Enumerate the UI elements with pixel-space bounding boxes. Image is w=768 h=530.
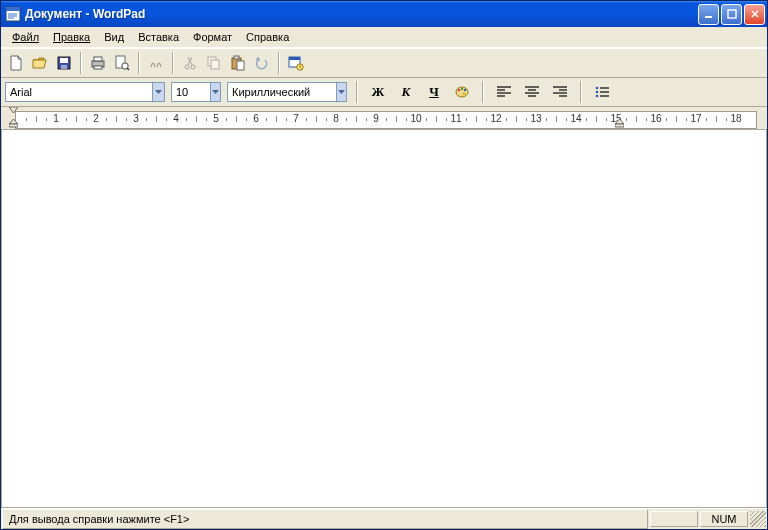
ruler-bar: 123456789101112131415161718 (1, 107, 767, 130)
open-button[interactable] (29, 52, 51, 74)
toolbar-separator (580, 81, 582, 103)
toolbar-separator (172, 52, 174, 74)
dropdown-icon[interactable] (336, 83, 346, 101)
ruler-number: 4 (173, 113, 179, 124)
svg-rect-19 (211, 60, 219, 69)
find-button[interactable] (145, 52, 167, 74)
svg-point-16 (185, 65, 189, 69)
ruler-number: 8 (333, 113, 339, 124)
right-indent-marker[interactable] (615, 119, 624, 128)
ruler-number: 14 (570, 113, 581, 124)
svg-point-33 (596, 95, 599, 98)
menu-format[interactable]: Формат (186, 29, 239, 45)
svg-rect-1 (6, 7, 20, 11)
ruler-number: 12 (490, 113, 501, 124)
ruler[interactable]: 123456789101112131415161718 (15, 111, 757, 129)
menu-edit[interactable]: Правка (46, 29, 97, 45)
ruler-number: 7 (293, 113, 299, 124)
new-button[interactable] (5, 52, 27, 74)
bullets-button[interactable] (591, 81, 613, 103)
font-name-combo[interactable] (5, 82, 165, 102)
ruler-number: 10 (410, 113, 421, 124)
save-button[interactable] (53, 52, 75, 74)
font-size-input[interactable] (172, 83, 210, 101)
svg-point-32 (596, 91, 599, 94)
align-center-button[interactable] (521, 81, 543, 103)
font-size-combo[interactable] (171, 82, 221, 102)
print-button[interactable] (87, 52, 109, 74)
ruler-number: 11 (450, 113, 461, 124)
svg-rect-34 (9, 124, 18, 127)
svg-rect-5 (705, 16, 712, 18)
ruler-number: 9 (373, 113, 379, 124)
app-icon (5, 6, 21, 22)
paste-button[interactable] (227, 52, 249, 74)
statusbar: Для вывода справки нажмите <F1> NUM (1, 508, 767, 529)
align-right-button[interactable] (549, 81, 571, 103)
ruler-number: 2 (93, 113, 99, 124)
first-line-indent-marker[interactable] (9, 107, 18, 113)
dropdown-icon[interactable] (210, 83, 220, 101)
svg-point-31 (596, 87, 599, 90)
italic-button[interactable]: К (395, 81, 417, 103)
charset-input[interactable] (228, 83, 336, 101)
datetime-button[interactable] (285, 52, 307, 74)
toolbar-separator (278, 52, 280, 74)
toolbar-format: Ж К Ч (1, 78, 767, 107)
maximize-button[interactable] (721, 4, 742, 25)
undo-button[interactable] (251, 52, 273, 74)
ruler-number: 6 (253, 113, 259, 124)
svg-point-28 (461, 88, 463, 90)
toolbar-separator (482, 81, 484, 103)
svg-rect-6 (728, 10, 736, 18)
close-button[interactable] (744, 4, 765, 25)
minimize-button[interactable] (698, 4, 719, 25)
ruler-number: 18 (730, 113, 741, 124)
ruler-number: 17 (690, 113, 701, 124)
toolbar-separator (80, 52, 82, 74)
ruler-number: 1 (53, 113, 59, 124)
svg-point-17 (191, 65, 195, 69)
ruler-number: 5 (213, 113, 219, 124)
print-preview-button[interactable] (111, 52, 133, 74)
svg-rect-35 (615, 124, 624, 127)
charset-combo[interactable] (227, 82, 347, 102)
dropdown-icon[interactable] (152, 83, 164, 101)
bold-button[interactable]: Ж (367, 81, 389, 103)
svg-rect-22 (237, 61, 244, 70)
menu-view[interactable]: Вид (97, 29, 131, 45)
window-title: Документ - WordPad (25, 7, 698, 21)
ruler-number: 13 (530, 113, 541, 124)
menu-insert[interactable]: Вставка (131, 29, 186, 45)
status-help-text: Для вывода справки нажмите <F1> (2, 509, 648, 529)
cut-button[interactable] (179, 52, 201, 74)
menu-file[interactable]: Файл (5, 29, 46, 45)
svg-rect-9 (61, 65, 67, 69)
toolbar-separator (138, 52, 140, 74)
toolbar-separator (356, 81, 358, 103)
titlebar: Документ - WordPad (1, 1, 767, 27)
status-cell-empty (650, 511, 698, 527)
svg-line-15 (127, 68, 129, 70)
svg-rect-21 (234, 56, 239, 59)
resize-grip[interactable] (750, 511, 766, 527)
menubar: Файл Правка Вид Вставка Формат Справка (1, 27, 767, 48)
copy-button[interactable] (203, 52, 225, 74)
app-window: Документ - WordPad Файл Правка Вид Встав… (0, 0, 768, 530)
status-numlock: NUM (700, 511, 748, 527)
svg-point-14 (122, 63, 128, 69)
ruler-number: 3 (133, 113, 139, 124)
toolbar-standard (1, 48, 767, 78)
svg-rect-8 (60, 58, 68, 63)
underline-button[interactable]: Ч (423, 81, 445, 103)
svg-rect-24 (289, 57, 300, 60)
color-button[interactable] (451, 81, 473, 103)
ruler-number: 16 (650, 113, 661, 124)
text-editor-area[interactable] (1, 130, 767, 508)
svg-point-29 (464, 89, 466, 91)
menu-help[interactable]: Справка (239, 29, 296, 45)
left-indent-marker[interactable] (9, 119, 18, 128)
svg-point-27 (458, 89, 460, 91)
font-name-input[interactable] (6, 83, 152, 101)
align-left-button[interactable] (493, 81, 515, 103)
